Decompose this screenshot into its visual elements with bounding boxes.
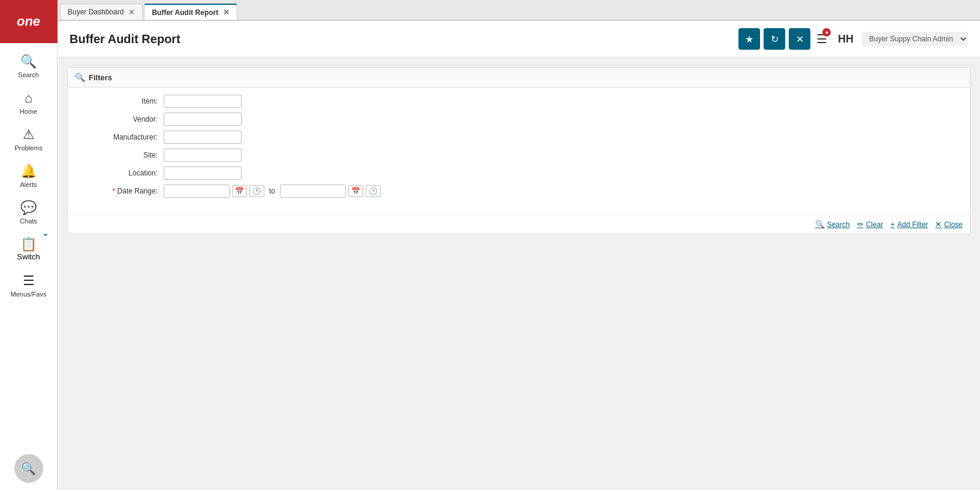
item-input[interactable]	[164, 95, 242, 108]
add-filter-label: Add Filter	[897, 220, 928, 229]
search-action-icon: 🔍	[815, 220, 825, 229]
tab-close-buffer-audit-report[interactable]: ✕	[223, 8, 230, 17]
page-header: Buffer Audit Report ★ ↻ ✕ ☰ HH Buyer Sup…	[58, 21, 980, 58]
sidebar-item-label: Alerts	[20, 181, 37, 188]
tab-label: Buffer Audit Report	[152, 8, 218, 17]
add-filter-action[interactable]: + Add Filter	[890, 220, 928, 229]
bell-icon: 🔔	[20, 164, 37, 179]
filter-search-icon: 🔍	[75, 72, 85, 82]
sidebar-item-home[interactable]: ⌂ Home	[0, 84, 57, 121]
home-icon: ⌂	[25, 90, 32, 106]
switch-badge	[44, 234, 47, 235]
favorite-button[interactable]: ★	[738, 28, 760, 50]
vendor-input[interactable]	[164, 113, 242, 126]
tab-buyer-dashboard[interactable]: Buyer Dashboard ✕	[60, 4, 143, 20]
filter-body: Item: Vendor: Manufacturer: Site:	[68, 87, 970, 210]
date-to-label: to	[269, 187, 275, 195]
bottom-search-icon[interactable]: 🔍	[14, 454, 43, 483]
filter-panel-label: Filters	[89, 73, 112, 82]
user-initials: HH	[838, 33, 854, 46]
tabs-bar: Buyer Dashboard ✕ Buffer Audit Report ✕	[58, 0, 980, 21]
filter-row-vendor: Vendor:	[80, 113, 958, 126]
tab-label: Buyer Dashboard	[68, 8, 123, 16]
location-input[interactable]	[164, 167, 242, 180]
tab-close-buyer-dashboard[interactable]: ✕	[128, 8, 135, 17]
main-area: Buyer Dashboard ✕ Buffer Audit Report ✕ …	[58, 0, 980, 490]
search-action[interactable]: 🔍 Search	[815, 220, 850, 229]
warning-icon: ⚠	[23, 127, 35, 143]
sidebar: one 🔍 Search ⌂ Home ⚠ Problems 🔔 Alerts …	[0, 0, 58, 490]
sidebar-item-search[interactable]: 🔍 Search	[0, 48, 57, 84]
sidebar-item-label: Switch	[17, 252, 40, 261]
clear-action[interactable]: ✏ Clear	[857, 220, 883, 229]
search-action-label: Search	[827, 220, 850, 229]
filter-row-date-range: Date Range: 📅 🕐 to 📅 🕐	[80, 184, 958, 198]
filter-label-item: Item:	[80, 97, 164, 105]
date-from-calendar-btn[interactable]: 📅	[232, 185, 247, 197]
page-title: Buffer Audit Report	[70, 32, 738, 46]
filter-panel-header: 🔍 Filters	[68, 68, 970, 87]
content-area: 🔍 Filters Item: Vendor: Manufacturer:	[58, 58, 980, 490]
sidebar-item-menus[interactable]: ☰ Menus/Favs	[0, 267, 57, 304]
switch-icon: 📋	[20, 237, 37, 252]
sidebar-item-chats[interactable]: 💬 Chats	[0, 194, 57, 231]
refresh-button[interactable]: ↻	[764, 28, 785, 50]
filter-row-manufacturer: Manufacturer:	[80, 131, 958, 144]
filter-row-location: Location:	[80, 167, 958, 180]
sidebar-item-label: Search	[18, 71, 39, 78]
chat-icon: 💬	[20, 200, 37, 216]
search-icon: 🔍	[20, 54, 37, 69]
sidebar-item-label: Chats	[20, 217, 37, 225]
sidebar-item-problems[interactable]: ⚠ Problems	[0, 121, 57, 158]
sidebar-item-label: Home	[20, 108, 37, 115]
magnify-icon: 🔍	[21, 461, 36, 476]
app-logo[interactable]: one	[0, 0, 58, 43]
filter-label-site: Site:	[80, 151, 164, 159]
manufacturer-input[interactable]	[164, 131, 242, 144]
date-from-input[interactable]	[164, 184, 230, 198]
filter-label-date-range: Date Range:	[80, 187, 164, 195]
filter-label-vendor: Vendor:	[80, 115, 164, 123]
close-action-icon: ✕	[935, 220, 942, 229]
menu-button[interactable]: ☰	[814, 29, 830, 49]
sidebar-bottom: 🔍	[14, 454, 43, 490]
filter-label-location: Location:	[80, 169, 164, 177]
clear-action-icon: ✏	[857, 220, 864, 229]
date-to-input[interactable]	[280, 184, 346, 198]
filter-row-item: Item:	[80, 95, 958, 108]
tab-buffer-audit-report[interactable]: Buffer Audit Report ✕	[144, 4, 237, 20]
close-report-button[interactable]: ✕	[789, 28, 810, 50]
sidebar-item-switch[interactable]: 📋 Switch	[0, 231, 57, 267]
user-role-select[interactable]: Buyer Suppy Chain Admin Buyer Admin	[862, 32, 968, 46]
sidebar-item-label: Problems	[14, 144, 42, 152]
date-to-clock-btn[interactable]: 🕐	[366, 185, 381, 197]
sidebar-item-menus-label: Menus/Favs	[11, 291, 47, 298]
date-range-row: 📅 🕐 to 📅 🕐	[164, 184, 381, 198]
filter-panel: 🔍 Filters Item: Vendor: Manufacturer:	[67, 67, 970, 234]
close-action[interactable]: ✕ Close	[935, 220, 963, 229]
sidebar-item-alerts[interactable]: 🔔 Alerts	[0, 158, 57, 194]
menu-badge	[822, 28, 831, 37]
filter-row-site: Site:	[80, 149, 958, 162]
logo-text: one	[17, 14, 40, 29]
clear-action-label: Clear	[866, 220, 883, 229]
add-filter-icon: +	[890, 220, 895, 229]
close-action-label: Close	[944, 220, 963, 229]
filter-label-manufacturer: Manufacturer:	[80, 133, 164, 141]
site-input[interactable]	[164, 149, 242, 162]
sidebar-nav: 🔍 Search ⌂ Home ⚠ Problems 🔔 Alerts 💬 Ch…	[0, 43, 57, 454]
filter-actions: 🔍 Search ✏ Clear + Add Filter ✕ Close	[68, 214, 970, 234]
header-actions: ★ ↻ ✕ ☰ HH Buyer Suppy Chain Admin Buyer…	[738, 28, 968, 50]
menu-icon: ☰	[23, 273, 35, 289]
date-to-calendar-btn[interactable]: 📅	[348, 185, 363, 197]
date-from-clock-btn[interactable]: 🕐	[249, 185, 264, 197]
